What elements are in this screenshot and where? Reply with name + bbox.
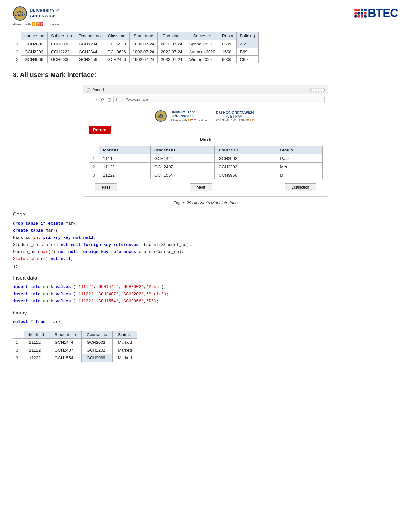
qr-cell-markid: 11122 — [24, 346, 49, 354]
browser-page-label: ▢ Page 1 — [87, 87, 105, 92]
insert-section-label: Insert data: — [13, 275, 398, 281]
window-circle-3[interactable] — [321, 88, 325, 92]
cell-course-no: GCH2202 — [21, 48, 48, 56]
cell-class-no: GCH2456 — [104, 56, 129, 63]
mark-cell-status: D — [276, 171, 322, 179]
cell-subject-no: GCH2000 — [47, 56, 75, 63]
mark-row-num: 2 — [89, 163, 99, 171]
inner-viet-nam: (VIET NAM) — [214, 115, 256, 118]
forward-button[interactable]: → — [94, 97, 98, 102]
mark-cell-courseid: GCH2202 — [215, 163, 276, 171]
cell-building: A69 — [237, 40, 258, 48]
cell-semester: Spring 2020 — [186, 40, 219, 48]
qr-cell-studentno: GCH2407 — [49, 346, 82, 354]
mark-cell-courseid: GCH2002 — [215, 154, 276, 163]
query-result-row: 3 11222 GCH1554 GCH9966 Marked — [13, 354, 137, 362]
window-circle-2[interactable] — [316, 88, 319, 92]
cell-building: C69 — [237, 56, 258, 63]
qr-row-num: 2 — [13, 346, 24, 354]
col-class-no: Class_no — [104, 32, 129, 40]
mark-cell-courseid: GCH9966 — [215, 171, 276, 179]
university-logo-area: UNIVERSITY UNIVERSITY ofGREENWICH Allian… — [13, 6, 59, 26]
query-result-row: 1 11112 GCH1444 GCH2002 Marked — [13, 339, 137, 346]
cell-course-no: GCH9966 — [21, 56, 48, 63]
mark-table-row: 1 11112 GCH1444 GCH2002 Pass — [89, 154, 322, 163]
url-bar[interactable]: https://www.draw.io — [113, 96, 325, 103]
course-table-wrapper: course_no Subject_no Teacher_no Class_no… — [13, 32, 398, 63]
distinction-filter-button[interactable]: Distinction — [285, 183, 316, 191]
btec-text: BTEC — [368, 6, 398, 20]
cell-end-date: 2012-07-24 — [158, 40, 186, 48]
cell-start-date: 1002-07-24 — [129, 40, 158, 48]
mark-col-courseid: Course ID — [215, 146, 276, 154]
btec-logo: BTEC — [354, 6, 398, 20]
section-title: 8. All user's Mark interface: — [13, 71, 398, 79]
pass-filter-button[interactable]: Pass — [95, 183, 117, 191]
return-button[interactable]: Return — [89, 126, 111, 134]
qr-cell-studentno: GCH1444 — [49, 339, 82, 346]
browser-content: UNIVGWICH UNIVERSITYof GREENWICH Allianc… — [83, 105, 328, 196]
cell-subject-no: GCH3333 — [47, 40, 75, 48]
alliance-text: Alliance with FPT Education — [13, 22, 59, 26]
page-label-text: Page 1 — [93, 88, 105, 92]
uni-emblem: UNIVERSITY — [13, 6, 27, 21]
qr-cell-status: Marked — [113, 354, 137, 362]
browser-window-controls[interactable] — [310, 88, 325, 92]
col-subject-no: Subject_no — [47, 32, 75, 40]
table-row: 3 GCH9966 GCH2000 GCH3456 GCH2456 1902-0… — [13, 56, 258, 63]
cell-subject-no: GCH2222 — [47, 48, 75, 56]
back-button[interactable]: ← — [87, 97, 91, 102]
mark-col-status: Status — [276, 146, 322, 154]
mark-cell-status: Pass — [276, 154, 322, 163]
inner-page-header: UNIVGWICH UNIVERSITYof GREENWICH Allianc… — [89, 110, 323, 122]
cell-end-date: 2032-07-24 — [158, 56, 186, 63]
mark-col-markid: Mark ID — [99, 146, 150, 154]
query-result-table: Mark_id Student_no Course_no Status 1 11… — [13, 331, 137, 362]
table-row: 1 GCH2002 GCH3333 GCH1234 GCH6969 1002-0… — [13, 40, 258, 48]
figure-caption: Figure 29:All User's Mark interface — [13, 200, 398, 205]
cell-room: 6699 — [219, 40, 237, 48]
university-logo: UNIVERSITY UNIVERSITY ofGREENWICH — [13, 6, 59, 21]
window-circle-1[interactable] — [310, 88, 314, 92]
btec-dots — [354, 9, 367, 18]
fpt-logo: FPT — [32, 22, 44, 26]
mark-row-num: 3 — [89, 171, 99, 179]
qr-cell-markid: 11222 — [24, 354, 49, 362]
qr-cell-status: Marked — [113, 339, 137, 346]
mark-table: Mark ID Student ID Course ID Status 1 11… — [89, 146, 323, 179]
code-block: drop table if exists mark; create table … — [13, 220, 398, 270]
inner-dai-hoc: DAI HOC GREENWICH — [214, 111, 256, 115]
qr-cell-courseno: GCH2002 — [81, 339, 113, 346]
cell-room: 1600 — [219, 48, 237, 56]
mark-filter-buttons: Pass Merit Distinction — [89, 183, 323, 191]
inner-sub-text: Lien ket voi Tri chu from the FPT — [214, 118, 256, 121]
query-result-wrapper: Mark_id Student_no Course_no Status 1 11… — [13, 331, 398, 362]
mark-table-row: 3 11222 GCH1554 GCH9966 D — [89, 171, 322, 179]
mark-table-row: 2 11122 GCH2407 GCH2202 Merit — [89, 163, 322, 171]
query-code-block: select * from mark; — [13, 318, 398, 325]
cell-room: 6000 — [219, 56, 237, 63]
mark-cell-studentid: GCH2407 — [150, 163, 214, 171]
cell-teacher-no: GCH2344 — [75, 48, 104, 56]
inner-vn-info: DAI HOC GREENWICH (VIET NAM) Lien ket vo… — [214, 111, 256, 121]
mark-cell-markid: 11112 — [99, 154, 150, 163]
col-room: Room — [219, 32, 237, 40]
inner-alliance-text: Alliance with FPT Education — [171, 119, 207, 122]
qr-row-num: 1 — [13, 339, 24, 346]
col-building: Building — [237, 32, 258, 40]
qr-col-studentno: Student_no — [49, 331, 82, 339]
insert-code-block: insert into mark values ('11112','GCH144… — [13, 284, 398, 305]
cell-semester: Autumm 2020 — [186, 48, 219, 56]
query-section-label: Query: — [13, 310, 398, 316]
inner-uni-name: UNIVERSITYof GREENWICH Alliance with FPT… — [171, 110, 207, 122]
mark-cell-studentid: GCH1554 — [150, 171, 214, 179]
merit-filter-button[interactable]: Merit — [190, 183, 212, 191]
refresh-button[interactable]: ⟳ — [101, 97, 105, 102]
mark-section-title: Mark — [89, 137, 323, 142]
cell-teacher-no: GCH3456 — [75, 56, 104, 63]
uni-name-text: UNIVERSITY ofGREENWICH — [30, 8, 59, 19]
page-icon: ▢ — [107, 97, 111, 102]
row-number: 1 — [13, 40, 21, 48]
browser-mockup: ▢ Page 1 ← → ⟳ ▢ https://www.draw.io UNI… — [83, 85, 328, 197]
mark-cell-markid: 11122 — [99, 163, 150, 171]
